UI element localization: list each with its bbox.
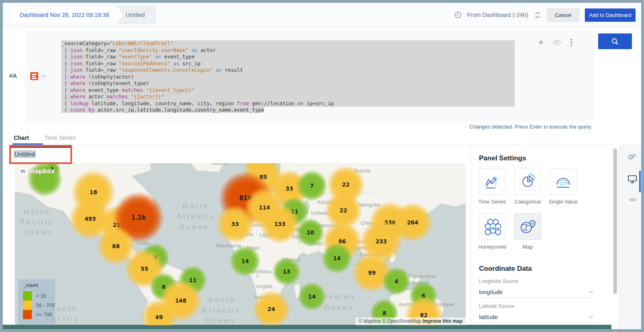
scrollbar[interactable] — [613, 149, 617, 294]
marker-count: 4 — [394, 278, 398, 284]
longitude-source-select[interactable]: longitude — [479, 286, 593, 298]
map-cluster-marker[interactable]: 133 — [259, 203, 301, 245]
marker-count: 133 — [274, 221, 285, 227]
panel-type-label: Single Value — [549, 199, 578, 205]
mapbox-icon: m — [18, 166, 27, 176]
time-range-selector[interactable]: From Dashboard (-24h) — [467, 12, 528, 18]
city-dot — [256, 274, 259, 277]
panel-title-value: Untitled — [14, 150, 36, 158]
panel-type-label: Honeycomb — [478, 244, 506, 250]
map-cluster-marker[interactable]: 14 — [320, 242, 353, 274]
app-window: Dashboard Nov 28, 2022 09:19:38 Untitled… — [0, 0, 644, 332]
marker-count: 13 — [283, 268, 291, 275]
map-cluster-marker[interactable]: 14 — [229, 245, 261, 277]
marker-count: 233 — [376, 238, 387, 245]
marker-count: 99 — [368, 270, 376, 276]
settings-gear-icon[interactable]: ⚙⚙ — [627, 153, 638, 161]
breadcrumb-label: Dashboard Nov 28, 2022 09:19:38 — [20, 12, 109, 18]
longitude-source-label: Longitude Source — [479, 278, 518, 284]
tab-untitled-label: Untitled — [126, 12, 144, 18]
svg-text:123: 123 — [559, 181, 567, 186]
query-text[interactable]: _sourceCategory="Labs/AWS/CloudTrail" | … — [61, 40, 515, 114]
panel-type-time-series[interactable] — [479, 168, 506, 195]
panel-type-map[interactable] — [514, 213, 541, 240]
marker-count: 493 — [85, 216, 96, 222]
map-cluster-marker[interactable]: 24 — [252, 289, 291, 325]
legend-item: 16 - 705 — [23, 301, 55, 310]
panel-title-input[interactable]: Untitled — [11, 147, 70, 162]
map-cluster-marker[interactable]: 33 — [215, 204, 255, 244]
legend-item: < 16 — [23, 291, 55, 301]
panel-type-label: Categorical — [514, 199, 541, 205]
code-icon[interactable]: </> — [627, 197, 638, 203]
chevron-down-icon — [588, 290, 593, 294]
panel-type-label: Map — [522, 244, 533, 250]
ocean-label: Ocean — [23, 228, 53, 237]
bottom-panel-edge — [3, 325, 611, 329]
panel-settings-title: Panel Settings — [479, 154, 526, 162]
panel-type-label: Time Series — [479, 199, 506, 205]
improve-map-link[interactable]: Improve this map — [423, 318, 462, 324]
marker-count: 7 — [310, 183, 314, 189]
query-row-label: #A — [9, 72, 17, 79]
marker-count: 10 — [307, 229, 314, 236]
latitude-source-label: Latitude Source — [479, 303, 514, 309]
refresh-icon[interactable] — [534, 11, 541, 19]
ocean-label: Ocean — [205, 317, 235, 325]
chevron-down-icon — [588, 315, 593, 319]
legend-label: < 16 — [36, 293, 46, 299]
ocean-label: Ocean — [324, 304, 354, 312]
marker-count: 264 — [407, 219, 418, 226]
ocean-label: Pacific — [20, 218, 54, 226]
marker-count: 8 — [382, 310, 386, 316]
marker-count: 33 — [286, 185, 293, 192]
clock-icon — [454, 11, 462, 19]
breadcrumb[interactable]: Dashboard Nov 28, 2022 09:19:38 — [10, 6, 123, 24]
place-label: Iceland — [211, 163, 227, 166]
legend-item: >= 706 — [23, 310, 55, 319]
marker-count: 68 — [112, 243, 120, 249]
annotation-highlight-box: Untitled — [9, 145, 72, 164]
ocean-label: South — [208, 296, 236, 304]
latitude-source-select[interactable]: latitude — [479, 311, 593, 323]
run-search-button[interactable] — [598, 33, 632, 49]
panel-type-single-value[interactable]: 123 — [550, 168, 576, 195]
legend-title: _count — [23, 282, 55, 288]
mapbox-logo[interactable]: m mapbox — [18, 166, 55, 176]
marker-count: 14 — [242, 258, 249, 264]
marker-count: 1.1k — [131, 214, 146, 221]
place-label: Angola — [256, 283, 272, 289]
marker-count: 14 — [333, 255, 341, 261]
panel-type-honeycomb[interactable] — [479, 213, 506, 240]
panel-type-categorical[interactable] — [514, 168, 541, 195]
coordinate-data-title: Coordinate Data — [479, 265, 532, 273]
add-to-dashboard-button[interactable]: Add to Dashboard — [585, 8, 636, 22]
search-icon — [611, 38, 619, 45]
ocean-label: Ocean — [179, 223, 209, 231]
tab-chart[interactable]: Chart — [14, 135, 29, 141]
map-attribution: © Mapbox © OpenStreetMap Improve this ma… — [355, 317, 466, 325]
ocean-label: Atlantic — [202, 307, 241, 315]
ocean-label: North — [183, 202, 210, 210]
active-rail-indicator — [639, 171, 641, 192]
map-canvas[interactable]: IcelandSwedenRussiaNorwayDenmarkIrelandB… — [15, 163, 466, 325]
marker-count: 24 — [268, 306, 275, 312]
cancel-button[interactable]: Cancel — [547, 8, 579, 22]
add-query-icon[interactable]: + — [538, 38, 544, 46]
right-icon-strip — [619, 145, 641, 329]
legend-label: 16 - 705 — [36, 302, 55, 308]
place-label: Papua New — [408, 273, 435, 279]
marker-count: 18 — [90, 189, 97, 195]
marker-count: 22 — [340, 207, 347, 214]
logs-source-icon[interactable] — [30, 72, 38, 80]
legend-swatch — [23, 291, 32, 301]
chevron-down-icon[interactable] — [41, 75, 46, 78]
marker-count: 14 — [308, 293, 316, 300]
eye-icon[interactable] — [553, 39, 561, 46]
kebab-menu-icon[interactable] — [570, 39, 572, 46]
tab-time-series[interactable]: Time Series — [45, 135, 76, 141]
marker-count: 49 — [155, 314, 163, 320]
display-icon[interactable] — [628, 175, 637, 183]
legend-swatch — [23, 301, 32, 310]
city-dot — [449, 307, 452, 309]
